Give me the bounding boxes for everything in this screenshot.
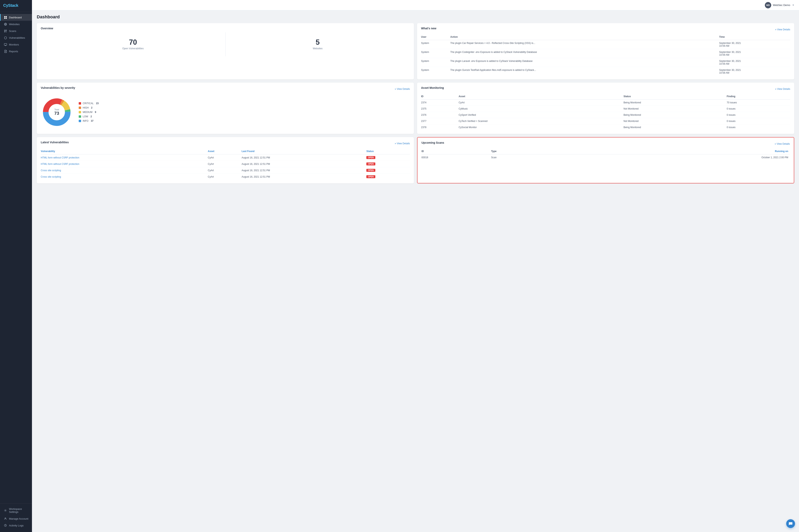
sidebar-item-label: Dashboard xyxy=(9,16,22,19)
sidebar-item-label: Monitors xyxy=(9,43,19,46)
sidebar-item-activity-logs[interactable]: Activity Logs xyxy=(0,522,32,529)
donut-center: Total 73 xyxy=(54,108,59,116)
legend-count: 2 xyxy=(91,106,92,109)
table-row: System The plugin Laravel .env Exposure … xyxy=(421,58,790,67)
col-asset: Asset xyxy=(208,149,241,154)
clock-icon xyxy=(4,524,7,527)
table-row: System The plugin Gurock TestRail Applic… xyxy=(421,67,790,76)
vuln-table: Vulnerability Asset Last Found Status HT… xyxy=(41,149,410,180)
logo: CyStack xyxy=(3,3,18,7)
vuln-cell[interactable]: HTML form without CSRF protection xyxy=(41,154,208,161)
vuln-severity-card: Vulnerabilities by severity » View Detai… xyxy=(37,82,414,134)
websites-stat: 5 Websites xyxy=(225,32,410,56)
sidebar-item-manage-account[interactable]: Manage Account xyxy=(0,515,32,522)
asset-cell: CySport Verified xyxy=(459,112,623,118)
asset-cell: CyArt xyxy=(208,167,241,174)
vuln-cell[interactable]: Cross site scripting xyxy=(41,167,208,174)
whats-new-table: User Action Time System The plugin Car R… xyxy=(421,35,790,76)
whats-new-view-details[interactable]: » View Details xyxy=(775,28,790,31)
time-cell: September 30, 202110:59 AM xyxy=(719,40,790,49)
finding-cell: 70 issues xyxy=(727,99,790,106)
sidebar-item-label: Vulnerabilities xyxy=(9,36,25,39)
avatar: WD xyxy=(765,2,771,8)
scans-table: ID Type Running on 83018 Scan October 1,… xyxy=(421,149,790,160)
websites-label: Websites xyxy=(313,47,323,50)
sidebar-item-workspace-settings[interactable]: Workspace Settings xyxy=(0,506,32,515)
svg-point-13 xyxy=(5,510,6,511)
whats-new-card: What's new » View Details User Action Ti… xyxy=(417,23,794,79)
sidebar-item-scans[interactable]: Scans xyxy=(0,27,32,34)
status-cell: Being Monitored xyxy=(623,124,727,131)
table-row: 2378 CySocial Monitor Being Monitored 0 … xyxy=(421,124,790,131)
legend-count: 37 xyxy=(91,119,93,122)
col-time: Time xyxy=(719,35,790,40)
user-badge[interactable]: WD WebSec Demo ▼ xyxy=(765,2,794,8)
asset-cell: CyTech Verified + Scanned xyxy=(459,118,623,124)
latest-vuln-view-details[interactable]: » View Details xyxy=(395,142,410,145)
vuln-cell[interactable]: Cross site scripting xyxy=(41,174,208,180)
nav-section: Dashboard Websites Scans Vulnerabilities… xyxy=(0,12,32,504)
col-id: ID xyxy=(421,149,491,154)
main-content: WD WebSec Demo ▼ Dashboard Overview 70 O… xyxy=(32,0,799,532)
asset-monitoring-card: Asset Monitoring » View Details ID Asset… xyxy=(417,82,794,134)
legend-count: 9 xyxy=(95,111,96,114)
action-cell: The plugin Gurock TestRail Application f… xyxy=(450,67,719,76)
chat-bubble[interactable] xyxy=(786,519,795,528)
sidebar-item-websites[interactable]: Websites xyxy=(0,21,32,27)
legend-label: INFO xyxy=(83,119,89,122)
col-type: Type xyxy=(491,149,551,154)
action-cell: The plugin Laravel .env Exposure is adde… xyxy=(450,58,719,67)
user-cell: System xyxy=(421,40,450,49)
action-cell: The plugin Car Repair Services < 4.0 - R… xyxy=(450,40,719,49)
shield-icon xyxy=(4,36,7,39)
asset-cell: CyArt xyxy=(208,174,241,180)
legend-color xyxy=(79,120,81,122)
whats-new-header: What's new » View Details xyxy=(421,27,790,32)
status-cell: OPEN xyxy=(366,161,410,167)
page-title: Dashboard xyxy=(37,14,794,20)
last-found-cell: August 16, 2021 12:51 PM xyxy=(242,174,366,180)
status-cell: Being Monitored xyxy=(623,99,727,106)
settings-icon xyxy=(4,509,7,512)
finding-cell: 0 issues xyxy=(727,118,790,124)
content-area: Dashboard Overview 70 Open Vulnerabiliti… xyxy=(32,11,799,532)
globe-icon xyxy=(4,22,7,26)
vuln-severity-title: Vulnerabilities by severity xyxy=(41,86,75,89)
sidebar-item-label: Reports xyxy=(9,50,18,53)
running-on-cell: October 1, 2021 2:00 PM xyxy=(551,154,790,160)
vuln-cell[interactable]: HTML form without CSRF protection xyxy=(41,161,208,167)
asset-cell: CyMusic xyxy=(459,106,623,112)
sidebar-item-label: Manage Account xyxy=(9,517,29,520)
vuln-body: HTML form without CSRF protection CyArt … xyxy=(41,154,410,180)
sidebar-item-monitors[interactable]: Monitors xyxy=(0,41,32,48)
asset-monitoring-view-details[interactable]: » View Details xyxy=(775,88,790,90)
last-found-cell: August 16, 2021 12:51 PM xyxy=(242,167,366,174)
col-running-on: Running on xyxy=(551,149,790,154)
legend-count: 2 xyxy=(90,115,92,118)
open-vulns-stat: 70 Open Vulnerabilities xyxy=(41,32,225,56)
col-finding: Finding xyxy=(727,94,790,99)
last-found-cell: August 16, 2021 12:51 PM xyxy=(242,161,366,167)
whats-new-title: What's new xyxy=(421,27,436,30)
asset-cell: CySocial Monitor xyxy=(459,124,623,131)
sidebar-item-dashboard[interactable]: Dashboard xyxy=(0,14,32,21)
sidebar-item-reports[interactable]: Reports xyxy=(0,48,32,55)
vuln-severity-view-details[interactable]: » View Details xyxy=(395,88,410,90)
topbar: WD WebSec Demo ▼ xyxy=(32,0,799,11)
donut-total-num: 73 xyxy=(54,111,59,116)
table-row: 2376 CySport Verified Being Monitored 0 … xyxy=(421,112,790,118)
svg-rect-8 xyxy=(6,30,6,31)
legend-color xyxy=(79,102,81,104)
monitor-icon xyxy=(4,43,7,46)
col-id: ID xyxy=(421,94,459,99)
legend-label: MEDIUM xyxy=(83,111,92,114)
overview-card: Overview 70 Open Vulnerabilities 5 Websi… xyxy=(37,23,414,79)
table-row: Cross site scripting CyArt August 16, 20… xyxy=(41,174,410,180)
time-cell: September 30, 202110:58 AM xyxy=(719,67,790,76)
upcoming-scans-title: Upcoming Scans xyxy=(421,141,444,144)
table-row: HTML form without CSRF protection CyArt … xyxy=(41,154,410,161)
id-cell: 83018 xyxy=(421,154,491,160)
sidebar-item-vulnerabilities[interactable]: Vulnerabilities xyxy=(0,34,32,41)
row-1: Overview 70 Open Vulnerabilities 5 Websi… xyxy=(37,23,794,79)
upcoming-scans-view-details[interactable]: » View Details xyxy=(775,142,790,145)
